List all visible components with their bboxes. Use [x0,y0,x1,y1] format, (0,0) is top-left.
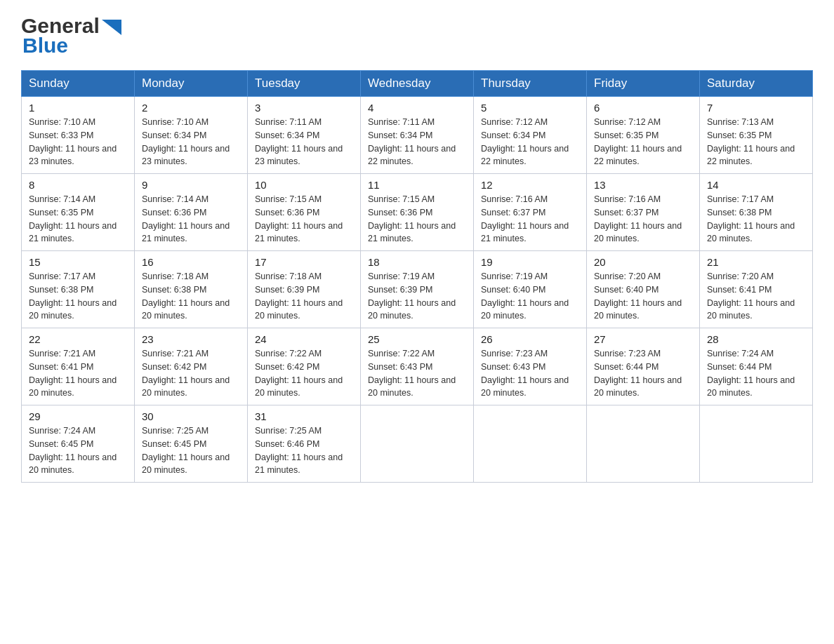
day-number: 13 [594,179,692,191]
day-number: 23 [142,333,240,345]
day-info: Sunrise: 7:19 AMSunset: 6:39 PMDaylight:… [368,270,466,323]
day-info: Sunrise: 7:17 AMSunset: 6:38 PMDaylight:… [29,270,127,323]
calendar-cell: 12 Sunrise: 7:16 AMSunset: 6:37 PMDaylig… [474,174,587,251]
day-number: 4 [368,102,466,114]
day-number: 30 [142,410,240,422]
calendar-cell [587,405,700,483]
day-info: Sunrise: 7:22 AMSunset: 6:42 PMDaylight:… [255,347,353,400]
day-number: 2 [142,102,240,114]
day-info: Sunrise: 7:13 AMSunset: 6:35 PMDaylight:… [707,116,805,168]
calendar-header-row: SundayMondayTuesdayWednesdayThursdayFrid… [22,71,813,97]
calendar-cell: 7 Sunrise: 7:13 AMSunset: 6:35 PMDayligh… [700,97,813,174]
calendar-cell: 10 Sunrise: 7:15 AMSunset: 6:36 PMDaylig… [248,174,361,251]
day-number: 26 [481,333,579,345]
day-number: 11 [368,179,466,191]
calendar-cell: 26 Sunrise: 7:23 AMSunset: 6:43 PMDaylig… [474,328,587,405]
day-info: Sunrise: 7:24 AMSunset: 6:45 PMDaylight:… [29,424,127,477]
calendar-cell: 8 Sunrise: 7:14 AMSunset: 6:35 PMDayligh… [22,174,135,251]
calendar-cell [361,405,474,483]
day-number: 17 [255,256,353,268]
calendar-cell: 4 Sunrise: 7:11 AMSunset: 6:34 PMDayligh… [361,97,474,174]
calendar-cell: 11 Sunrise: 7:15 AMSunset: 6:36 PMDaylig… [361,174,474,251]
calendar-cell: 31 Sunrise: 7:25 AMSunset: 6:46 PMDaylig… [248,405,361,483]
day-number: 10 [255,179,353,191]
day-info: Sunrise: 7:20 AMSunset: 6:40 PMDaylight:… [594,270,692,323]
day-info: Sunrise: 7:11 AMSunset: 6:34 PMDaylight:… [255,116,353,168]
calendar-cell: 28 Sunrise: 7:24 AMSunset: 6:44 PMDaylig… [700,328,813,405]
day-info: Sunrise: 7:23 AMSunset: 6:44 PMDaylight:… [594,347,692,400]
day-info: Sunrise: 7:25 AMSunset: 6:45 PMDaylight:… [142,424,240,477]
day-info: Sunrise: 7:24 AMSunset: 6:44 PMDaylight:… [707,347,805,400]
logo: General Blue [21,14,121,58]
day-info: Sunrise: 7:14 AMSunset: 6:35 PMDaylight:… [29,193,127,246]
day-number: 31 [255,410,353,422]
day-info: Sunrise: 7:16 AMSunset: 6:37 PMDaylight:… [594,193,692,246]
calendar-cell: 27 Sunrise: 7:23 AMSunset: 6:44 PMDaylig… [587,328,700,405]
calendar-cell: 25 Sunrise: 7:22 AMSunset: 6:43 PMDaylig… [361,328,474,405]
day-info: Sunrise: 7:17 AMSunset: 6:38 PMDaylight:… [707,193,805,246]
calendar-cell: 9 Sunrise: 7:14 AMSunset: 6:36 PMDayligh… [135,174,248,251]
day-number: 9 [142,179,240,191]
calendar-cell: 30 Sunrise: 7:25 AMSunset: 6:45 PMDaylig… [135,405,248,483]
day-info: Sunrise: 7:18 AMSunset: 6:39 PMDaylight:… [255,270,353,323]
day-number: 21 [707,256,805,268]
calendar-week-2: 8 Sunrise: 7:14 AMSunset: 6:35 PMDayligh… [22,174,813,251]
day-number: 24 [255,333,353,345]
calendar-header-monday: Monday [135,71,248,97]
calendar-cell: 17 Sunrise: 7:18 AMSunset: 6:39 PMDaylig… [248,251,361,328]
day-info: Sunrise: 7:11 AMSunset: 6:34 PMDaylight:… [368,116,466,168]
calendar-cell: 19 Sunrise: 7:19 AMSunset: 6:40 PMDaylig… [474,251,587,328]
svg-marker-0 [102,20,121,35]
calendar-cell: 29 Sunrise: 7:24 AMSunset: 6:45 PMDaylig… [22,405,135,483]
calendar-cell: 2 Sunrise: 7:10 AMSunset: 6:34 PMDayligh… [135,97,248,174]
calendar-cell: 5 Sunrise: 7:12 AMSunset: 6:34 PMDayligh… [474,97,587,174]
calendar-header-friday: Friday [587,71,700,97]
day-info: Sunrise: 7:23 AMSunset: 6:43 PMDaylight:… [481,347,579,400]
calendar-cell: 3 Sunrise: 7:11 AMSunset: 6:34 PMDayligh… [248,97,361,174]
day-number: 28 [707,333,805,345]
day-number: 29 [29,410,127,422]
calendar-cell: 21 Sunrise: 7:20 AMSunset: 6:41 PMDaylig… [700,251,813,328]
calendar-cell: 23 Sunrise: 7:21 AMSunset: 6:42 PMDaylig… [135,328,248,405]
day-info: Sunrise: 7:10 AMSunset: 6:34 PMDaylight:… [142,116,240,168]
calendar-header-thursday: Thursday [474,71,587,97]
day-info: Sunrise: 7:12 AMSunset: 6:35 PMDaylight:… [594,116,692,168]
day-info: Sunrise: 7:14 AMSunset: 6:36 PMDaylight:… [142,193,240,246]
day-number: 15 [29,256,127,268]
day-info: Sunrise: 7:12 AMSunset: 6:34 PMDaylight:… [481,116,579,168]
calendar-cell: 20 Sunrise: 7:20 AMSunset: 6:40 PMDaylig… [587,251,700,328]
calendar-week-5: 29 Sunrise: 7:24 AMSunset: 6:45 PMDaylig… [22,405,813,483]
calendar-header-tuesday: Tuesday [248,71,361,97]
calendar-cell: 1 Sunrise: 7:10 AMSunset: 6:33 PMDayligh… [22,97,135,174]
day-info: Sunrise: 7:19 AMSunset: 6:40 PMDaylight:… [481,270,579,323]
day-number: 7 [707,102,805,114]
calendar-cell: 14 Sunrise: 7:17 AMSunset: 6:38 PMDaylig… [700,174,813,251]
calendar-cell: 24 Sunrise: 7:22 AMSunset: 6:42 PMDaylig… [248,328,361,405]
calendar-cell: 13 Sunrise: 7:16 AMSunset: 6:37 PMDaylig… [587,174,700,251]
day-info: Sunrise: 7:15 AMSunset: 6:36 PMDaylight:… [368,193,466,246]
day-info: Sunrise: 7:18 AMSunset: 6:38 PMDaylight:… [142,270,240,323]
day-number: 8 [29,179,127,191]
calendar-cell [700,405,813,483]
day-number: 25 [368,333,466,345]
day-info: Sunrise: 7:21 AMSunset: 6:42 PMDaylight:… [142,347,240,400]
calendar-cell: 15 Sunrise: 7:17 AMSunset: 6:38 PMDaylig… [22,251,135,328]
logo-arrow-icon [102,20,121,35]
calendar-cell: 6 Sunrise: 7:12 AMSunset: 6:35 PMDayligh… [587,97,700,174]
calendar-header-wednesday: Wednesday [361,71,474,97]
day-number: 3 [255,102,353,114]
calendar-week-1: 1 Sunrise: 7:10 AMSunset: 6:33 PMDayligh… [22,97,813,174]
day-number: 19 [481,256,579,268]
day-number: 22 [29,333,127,345]
day-number: 14 [707,179,805,191]
day-info: Sunrise: 7:22 AMSunset: 6:43 PMDaylight:… [368,347,466,400]
day-number: 12 [481,179,579,191]
calendar-table: SundayMondayTuesdayWednesdayThursdayFrid… [21,70,813,483]
day-info: Sunrise: 7:25 AMSunset: 6:46 PMDaylight:… [255,424,353,477]
day-info: Sunrise: 7:20 AMSunset: 6:41 PMDaylight:… [707,270,805,323]
day-info: Sunrise: 7:16 AMSunset: 6:37 PMDaylight:… [481,193,579,246]
day-number: 27 [594,333,692,345]
calendar-week-3: 15 Sunrise: 7:17 AMSunset: 6:38 PMDaylig… [22,251,813,328]
page-header: General Blue [21,14,813,58]
day-number: 18 [368,256,466,268]
